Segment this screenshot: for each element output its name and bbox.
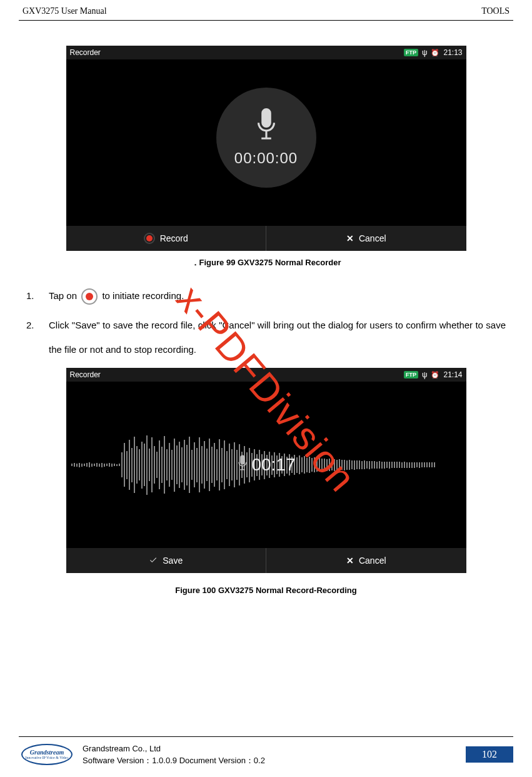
footer-company: Grandstream Co., Ltd (83, 743, 458, 755)
footer-version: Software Version：1.0.0.9 Document Versio… (83, 754, 458, 767)
app-title: Recorder (70, 48, 404, 57)
header-right: TOOLS (481, 6, 509, 16)
record-dot-icon-inline (81, 288, 98, 305)
statusbar: Recorder FTP ψ 21:14 (66, 368, 466, 382)
close-icon: ✕ (346, 233, 354, 243)
usb-icon: ψ (422, 370, 428, 379)
clock-time: 21:14 (443, 370, 462, 379)
step-number: 2. (26, 313, 39, 362)
logo-line2: Innovative IP Voice & Video (25, 756, 68, 759)
step-number: 1. (26, 283, 39, 308)
alarm-icon (431, 370, 439, 379)
cancel-button[interactable]: ✕ Cancel (266, 548, 466, 573)
record-dot-icon (144, 233, 155, 244)
usb-icon: ψ (422, 48, 428, 57)
figure-caption-99: ．Figure 99 GXV3275 Normal Recorder (19, 257, 513, 268)
cancel-label: Cancel (359, 556, 386, 566)
record-label: Record (160, 233, 188, 243)
instruction-list: 1. Tap on to initiate recording. 2. Clic… (26, 283, 506, 362)
screenshot-recorder-idle: Recorder FTP ψ 21:13 00:00:00 Record (66, 46, 466, 251)
clock-time: 21:13 (443, 48, 462, 57)
statusbar: Recorder FTP ψ 21:13 (66, 46, 466, 59)
mic-timer-overlay: 00:17 (236, 455, 295, 475)
logo-line1: Grandstream (30, 749, 64, 756)
header-left: GXV3275 User Manual (23, 6, 107, 16)
ftp-badge: FTP (404, 49, 418, 56)
save-label: Save (163, 556, 183, 566)
footer-rule (19, 736, 513, 737)
timer-display: 00:17 (251, 455, 295, 475)
step-2-text: Click "Save" to save the record file, cl… (49, 313, 506, 362)
grandstream-logo: Grandstream Innovative IP Voice & Video (19, 742, 75, 767)
figure-caption-100: Figure 100 GXV3275 Normal Record-Recordi… (19, 586, 513, 595)
screenshot-recorder-recording: Recorder FTP ψ 21:14 00:17 Save (66, 368, 466, 573)
step-1-before: Tap on (49, 290, 77, 301)
recorder-stage: 00:17 (66, 382, 466, 548)
alarm-icon (431, 48, 439, 57)
recorder-stage: 00:00:00 (66, 59, 466, 226)
page-header: GXV3275 User Manual TOOLS (19, 6, 513, 20)
bottom-toolbar: Save ✕ Cancel (66, 548, 466, 573)
ftp-badge: FTP (404, 371, 418, 378)
step-1-after: to initiate recording. (102, 290, 184, 301)
cancel-label: Cancel (359, 233, 386, 243)
app-title: Recorder (70, 370, 404, 379)
microphone-icon (254, 108, 278, 146)
header-rule (19, 20, 513, 21)
step-1: 1. Tap on to initiate recording. (26, 283, 506, 308)
save-button[interactable]: Save (66, 548, 266, 573)
close-icon: ✕ (346, 556, 354, 566)
mic-circle: 00:00:00 (216, 88, 316, 188)
microphone-icon (236, 455, 248, 475)
cancel-button[interactable]: ✕ Cancel (266, 226, 466, 251)
page-footer: Grandstream Innovative IP Voice & Video … (19, 736, 513, 767)
timer-display: 00:00:00 (234, 150, 298, 167)
record-button[interactable]: Record (66, 226, 266, 251)
check-icon (149, 556, 158, 566)
page-number: 102 (466, 746, 513, 763)
step-2: 2. Click "Save" to save the record file,… (26, 313, 506, 362)
bottom-toolbar: Record ✕ Cancel (66, 226, 466, 251)
